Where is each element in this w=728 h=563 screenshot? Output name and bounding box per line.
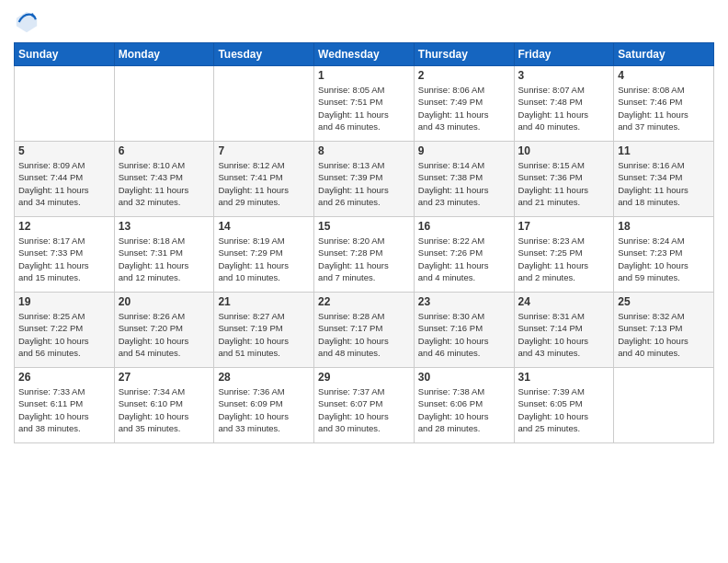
calendar-cell: 22Sunrise: 8:28 AM Sunset: 7:17 PM Dayli… xyxy=(314,293,415,368)
day-info: Sunrise: 8:10 AM Sunset: 7:43 PM Dayligh… xyxy=(119,159,210,208)
day-number: 13 xyxy=(119,220,210,233)
calendar-cell: 18Sunrise: 8:24 AM Sunset: 7:23 PM Dayli… xyxy=(614,217,714,293)
day-number: 28 xyxy=(218,371,310,384)
day-info: Sunrise: 7:33 AM Sunset: 6:11 PM Dayligh… xyxy=(18,385,110,434)
calendar-cell: 11Sunrise: 8:16 AM Sunset: 7:34 PM Dayli… xyxy=(614,142,714,217)
day-info: Sunrise: 8:26 AM Sunset: 7:20 PM Dayligh… xyxy=(119,310,210,359)
calendar-cell: 1Sunrise: 8:05 AM Sunset: 7:51 PM Daylig… xyxy=(314,66,415,142)
calendar-cell: 29Sunrise: 7:37 AM Sunset: 6:07 PM Dayli… xyxy=(314,368,415,443)
calendar-cell xyxy=(614,368,714,443)
day-number: 27 xyxy=(119,371,210,384)
day-info: Sunrise: 8:08 AM Sunset: 7:46 PM Dayligh… xyxy=(618,84,710,132)
day-number: 18 xyxy=(618,220,710,233)
day-info: Sunrise: 8:13 AM Sunset: 7:39 PM Dayligh… xyxy=(318,159,410,208)
day-number: 15 xyxy=(318,220,410,233)
day-info: Sunrise: 8:14 AM Sunset: 7:38 PM Dayligh… xyxy=(418,159,510,208)
calendar-cell: 8Sunrise: 8:13 AM Sunset: 7:39 PM Daylig… xyxy=(314,142,415,217)
day-info: Sunrise: 7:38 AM Sunset: 6:06 PM Dayligh… xyxy=(418,385,510,434)
calendar-cell: 10Sunrise: 8:15 AM Sunset: 7:36 PM Dayli… xyxy=(514,142,614,217)
day-number: 2 xyxy=(418,69,510,82)
calendar-cell: 28Sunrise: 7:36 AM Sunset: 6:09 PM Dayli… xyxy=(214,368,314,443)
calendar-cell: 30Sunrise: 7:38 AM Sunset: 6:06 PM Dayli… xyxy=(414,368,514,443)
day-number: 1 xyxy=(318,69,410,82)
calendar-cell: 17Sunrise: 8:23 AM Sunset: 7:25 PM Dayli… xyxy=(514,217,614,293)
day-number: 8 xyxy=(318,144,410,157)
day-number: 26 xyxy=(18,371,110,384)
day-number: 30 xyxy=(418,371,510,384)
day-number: 22 xyxy=(318,295,410,308)
day-number: 7 xyxy=(218,144,310,157)
day-number: 16 xyxy=(418,220,510,233)
day-info: Sunrise: 8:20 AM Sunset: 7:28 PM Dayligh… xyxy=(318,235,410,283)
calendar-cell xyxy=(214,66,314,142)
calendar-day-header: Tuesday xyxy=(214,43,314,66)
day-number: 4 xyxy=(618,69,710,82)
day-number: 21 xyxy=(218,295,310,308)
calendar-cell: 9Sunrise: 8:14 AM Sunset: 7:38 PM Daylig… xyxy=(414,142,514,217)
day-number: 9 xyxy=(418,144,510,157)
header xyxy=(14,9,714,35)
calendar-cell xyxy=(114,66,214,142)
day-number: 20 xyxy=(119,295,210,308)
day-number: 29 xyxy=(318,371,410,384)
day-number: 12 xyxy=(18,220,110,233)
day-number: 19 xyxy=(18,295,110,308)
day-info: Sunrise: 8:06 AM Sunset: 7:49 PM Dayligh… xyxy=(418,84,510,132)
calendar-day-header: Friday xyxy=(514,43,614,66)
day-info: Sunrise: 8:07 AM Sunset: 7:48 PM Dayligh… xyxy=(518,84,610,132)
day-info: Sunrise: 8:09 AM Sunset: 7:44 PM Dayligh… xyxy=(18,159,110,208)
calendar-table: SundayMondayTuesdayWednesdayThursdayFrid… xyxy=(14,42,714,443)
calendar-cell: 4Sunrise: 8:08 AM Sunset: 7:46 PM Daylig… xyxy=(614,66,714,142)
calendar-day-header: Monday xyxy=(114,43,214,66)
day-info: Sunrise: 7:34 AM Sunset: 6:10 PM Dayligh… xyxy=(119,385,210,434)
calendar-cell: 7Sunrise: 8:12 AM Sunset: 7:41 PM Daylig… xyxy=(214,142,314,217)
day-info: Sunrise: 8:27 AM Sunset: 7:19 PM Dayligh… xyxy=(218,310,310,359)
calendar-cell: 21Sunrise: 8:27 AM Sunset: 7:19 PM Dayli… xyxy=(214,293,314,368)
calendar-header-row: SundayMondayTuesdayWednesdayThursdayFrid… xyxy=(15,43,714,66)
calendar-cell: 13Sunrise: 8:18 AM Sunset: 7:31 PM Dayli… xyxy=(114,217,214,293)
day-info: Sunrise: 8:31 AM Sunset: 7:14 PM Dayligh… xyxy=(518,310,610,359)
calendar-day-header: Thursday xyxy=(414,43,514,66)
page: SundayMondayTuesdayWednesdayThursdayFrid… xyxy=(0,0,728,563)
day-number: 23 xyxy=(418,295,510,308)
calendar-cell: 26Sunrise: 7:33 AM Sunset: 6:11 PM Dayli… xyxy=(15,368,115,443)
calendar-cell: 19Sunrise: 8:25 AM Sunset: 7:22 PM Dayli… xyxy=(15,293,115,368)
logo-icon xyxy=(14,9,40,35)
calendar-week-row: 19Sunrise: 8:25 AM Sunset: 7:22 PM Dayli… xyxy=(15,293,714,368)
calendar-cell: 23Sunrise: 8:30 AM Sunset: 7:16 PM Dayli… xyxy=(414,293,514,368)
calendar-cell: 5Sunrise: 8:09 AM Sunset: 7:44 PM Daylig… xyxy=(15,142,115,217)
day-info: Sunrise: 8:17 AM Sunset: 7:33 PM Dayligh… xyxy=(18,235,110,283)
calendar-week-row: 5Sunrise: 8:09 AM Sunset: 7:44 PM Daylig… xyxy=(15,142,714,217)
calendar-cell: 6Sunrise: 8:10 AM Sunset: 7:43 PM Daylig… xyxy=(114,142,214,217)
calendar-cell: 15Sunrise: 8:20 AM Sunset: 7:28 PM Dayli… xyxy=(314,217,415,293)
day-info: Sunrise: 8:18 AM Sunset: 7:31 PM Dayligh… xyxy=(119,235,210,283)
day-info: Sunrise: 8:30 AM Sunset: 7:16 PM Dayligh… xyxy=(418,310,510,359)
calendar-cell: 3Sunrise: 8:07 AM Sunset: 7:48 PM Daylig… xyxy=(514,66,614,142)
day-number: 6 xyxy=(119,144,210,157)
day-info: Sunrise: 8:25 AM Sunset: 7:22 PM Dayligh… xyxy=(18,310,110,359)
day-info: Sunrise: 7:39 AM Sunset: 6:05 PM Dayligh… xyxy=(518,385,610,434)
calendar-cell: 31Sunrise: 7:39 AM Sunset: 6:05 PM Dayli… xyxy=(514,368,614,443)
day-info: Sunrise: 7:37 AM Sunset: 6:07 PM Dayligh… xyxy=(318,385,410,434)
day-number: 31 xyxy=(518,371,610,384)
calendar-cell: 12Sunrise: 8:17 AM Sunset: 7:33 PM Dayli… xyxy=(15,217,115,293)
calendar-cell: 24Sunrise: 8:31 AM Sunset: 7:14 PM Dayli… xyxy=(514,293,614,368)
day-number: 25 xyxy=(618,295,710,308)
day-number: 17 xyxy=(518,220,610,233)
calendar-cell: 14Sunrise: 8:19 AM Sunset: 7:29 PM Dayli… xyxy=(214,217,314,293)
day-number: 11 xyxy=(618,144,710,157)
day-number: 5 xyxy=(18,144,110,157)
day-number: 24 xyxy=(518,295,610,308)
day-info: Sunrise: 8:28 AM Sunset: 7:17 PM Dayligh… xyxy=(318,310,410,359)
logo xyxy=(14,9,43,35)
day-number: 10 xyxy=(518,144,610,157)
day-number: 14 xyxy=(218,220,310,233)
calendar-day-header: Wednesday xyxy=(314,43,415,66)
calendar-cell: 27Sunrise: 7:34 AM Sunset: 6:10 PM Dayli… xyxy=(114,368,214,443)
calendar-week-row: 12Sunrise: 8:17 AM Sunset: 7:33 PM Dayli… xyxy=(15,217,714,293)
calendar-cell: 20Sunrise: 8:26 AM Sunset: 7:20 PM Dayli… xyxy=(114,293,214,368)
day-info: Sunrise: 8:24 AM Sunset: 7:23 PM Dayligh… xyxy=(618,235,710,283)
calendar-day-header: Sunday xyxy=(15,43,115,66)
calendar-day-header: Saturday xyxy=(614,43,714,66)
day-info: Sunrise: 8:16 AM Sunset: 7:34 PM Dayligh… xyxy=(618,159,710,208)
